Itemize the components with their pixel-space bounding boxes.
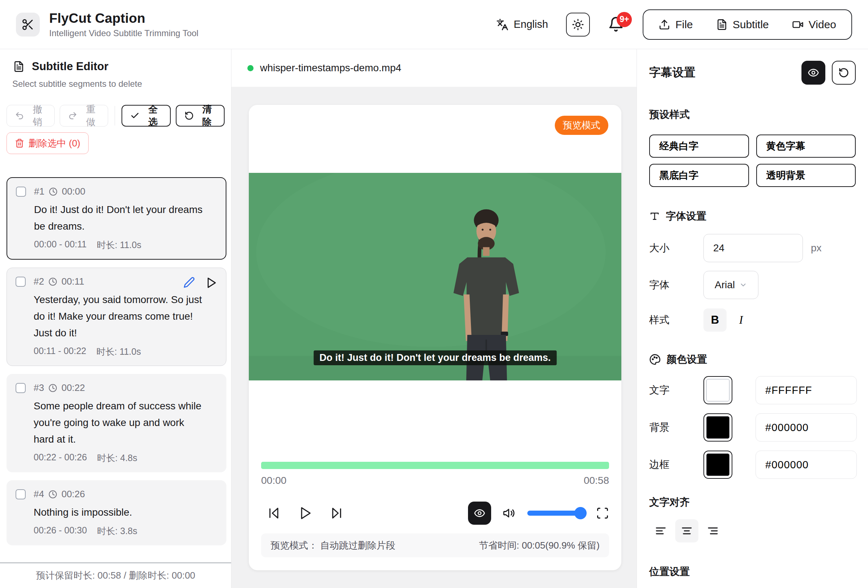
time-saved-status: 节省时间: 00:05(90.9% 保留) [479,539,599,552]
preset-white-on-black[interactable]: 黑底白字 [649,164,749,187]
type-icon [649,211,660,222]
segment-text: Nothing is impossible. [34,504,137,521]
segment-card-3[interactable]: #3 00:22 Some people dream of success wh… [6,374,226,472]
text-color-label: 文字 [649,383,703,397]
font-family-select[interactable]: Arial [703,271,759,299]
language-label: English [514,18,548,30]
preview-mode-badge: 预览模式 [555,116,608,135]
font-size-input[interactable] [703,234,803,262]
volume-button[interactable] [503,507,516,520]
italic-toggle-button[interactable]: I [729,308,753,332]
border-color-input[interactable] [756,451,857,479]
play-segment-button[interactable] [205,277,217,289]
player-card: 预览模式 [249,105,621,570]
file-button[interactable]: File [648,18,703,31]
align-center-button[interactable] [675,519,698,542]
previous-segment-button[interactable] [267,506,281,520]
segment-range: 00:00 - 00:11 [34,239,86,251]
clear-button[interactable]: 清除 [176,105,224,127]
delete-selected-label: 删除选中 (0) [28,137,80,150]
bg-color-input[interactable] [756,413,857,442]
reset-style-button[interactable] [832,61,856,85]
align-right-icon [707,525,719,536]
document-icon [13,61,25,72]
undo-button[interactable]: 撤销 [6,105,55,127]
segment-list[interactable]: #1 00:00 Do it! Just do it! Don't let yo… [0,154,231,563]
sun-icon [572,18,584,31]
subtitle-button[interactable]: Subtitle [706,18,779,31]
file-button-label: File [675,18,692,31]
progress-bar[interactable] [261,462,609,469]
theme-toggle-button[interactable] [566,13,590,37]
segment-id: #1 [34,186,44,197]
app-header: FlyCut Caption Intelligent Video Subtitl… [0,0,868,49]
preset-yellow-subtitle[interactable]: 黄色字幕 [756,134,856,158]
segment-card-1[interactable]: #1 00:00 Do it! Just do it! Don't let yo… [6,177,226,259]
redo-button[interactable]: 重做 [60,105,108,127]
clock-icon [49,384,57,392]
segment-card-4[interactable]: #4 00:26 Nothing is impossible. 00:26 - … [6,480,226,545]
segment-card-2[interactable]: #2 00:11 Yesterday, you said tomorrow. S… [6,268,226,366]
segment-id: #2 [34,276,44,287]
bold-toggle-button[interactable]: B [703,308,726,332]
subtitle-visibility-button[interactable] [802,61,825,85]
segment-id: #4 [34,489,44,500]
video-frame[interactable]: Do it! Just do it! Don't let your dreams… [249,173,621,380]
segment-2-checkbox[interactable] [16,277,26,287]
video-wrapper: 预览模式 [249,105,621,448]
video-button[interactable]: Video [782,18,846,31]
preview-toggle-button[interactable] [468,501,491,525]
palette-icon [649,354,661,365]
border-color-label: 边框 [649,458,703,472]
select-all-button[interactable]: 全选 [121,105,170,127]
language-switcher[interactable]: English [496,18,548,31]
preset-section-label: 预设样式 [649,108,856,121]
volume-slider[interactable] [527,511,585,516]
align-left-button[interactable] [649,519,672,542]
text-color-swatch[interactable] [703,376,732,404]
segment-start-time: 00:00 [62,186,86,197]
flycut-caption-app: FlyCut Caption Intelligent Video Subtitl… [0,0,868,588]
settings-title: 字幕设置 [649,65,695,81]
subtitle-settings-panel: 字幕设置 预设样式 经典白字 黄色字幕 [636,49,868,588]
toolbar-divider [115,106,115,125]
clock-icon [49,187,58,196]
play-button[interactable] [298,506,313,520]
size-label: 大小 [649,241,703,255]
segment-range: 00:11 - 00:22 [34,346,86,358]
style-label: 样式 [649,313,703,327]
notifications-button[interactable]: 9+ [608,16,624,33]
align-right-button[interactable] [701,519,725,542]
languages-icon [496,18,508,31]
bg-color-swatch[interactable] [703,413,732,442]
preset-classic-white[interactable]: 经典白字 [649,134,749,158]
skip-forward-icon [329,506,344,520]
subtitle-overlay: Do it! Just do it! Don't let your dreams… [314,351,557,365]
panel-title: Subtitle Editor [32,60,108,73]
total-time: 00:58 [584,475,609,486]
size-unit: px [811,242,822,254]
segment-3-checkbox[interactable] [16,383,26,393]
segment-range: 00:26 - 00:30 [34,525,87,537]
edit-segment-button[interactable] [183,277,195,289]
fullscreen-button[interactable] [596,507,609,520]
delete-selected-button[interactable]: 删除选中 (0) [6,133,89,154]
app-logo [16,13,40,37]
segment-4-checkbox[interactable] [16,489,26,500]
next-segment-button[interactable] [329,506,344,520]
segment-1-checkbox[interactable] [16,187,26,197]
align-center-icon [681,525,692,536]
video-filename: whisper-timestamps-demo.mp4 [260,62,402,74]
app-subtitle: Intelligent Video Subtitle Trimming Tool [49,28,199,38]
redo-label: 重做 [82,103,99,128]
text-color-input[interactable] [756,376,857,404]
undo-label: 撤销 [28,103,46,128]
border-color-swatch[interactable] [703,451,732,479]
segment-duration: 时长: 3.8s [97,525,137,537]
segment-start-time: 00:22 [62,382,85,393]
preset-transparent-bg[interactable]: 透明背景 [756,164,856,187]
segment-id: #3 [34,382,44,393]
segment-text: Do it! Just do it! Don't let your dreams… [34,202,204,235]
volume-slider-thumb[interactable] [574,507,587,519]
volume-icon [503,507,516,520]
